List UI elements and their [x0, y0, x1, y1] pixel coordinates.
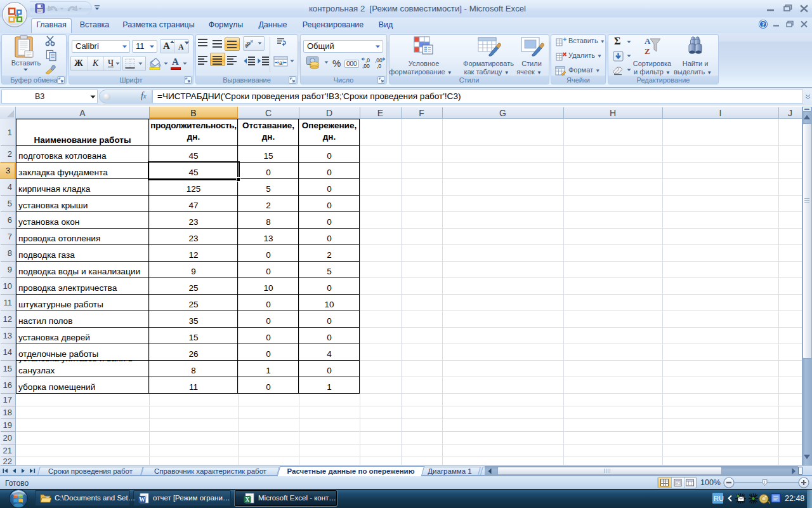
svg-text:X: X — [246, 497, 250, 503]
svg-text:,0: ,0 — [377, 63, 381, 69]
svg-text:Z: Z — [645, 46, 650, 56]
svg-text:A: A — [645, 36, 651, 46]
svg-text:,00: ,00 — [362, 63, 370, 69]
svg-text:?: ? — [761, 21, 764, 28]
svg-text:W: W — [139, 497, 145, 503]
svg-text:a: a — [279, 60, 282, 66]
